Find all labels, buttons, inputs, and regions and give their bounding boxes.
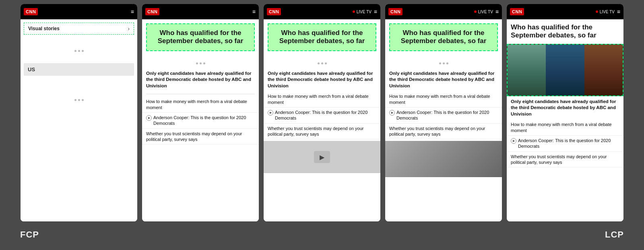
hamburger-icon-3[interactable]: ≡ (374, 8, 377, 15)
article-snippet-4: Only eight candidates have already quali… (385, 70, 502, 92)
hamburger-icon-4[interactable]: ≡ (495, 8, 499, 15)
dot-h (443, 62, 445, 64)
loading-dots-mid-4 (385, 54, 502, 70)
frame3-content: Who has qualified for the September deba… (264, 19, 380, 221)
play-icon-2-1: ▶ (146, 115, 152, 121)
sub-article-4-1-text: Anderson Cooper: This is the question fo… (396, 110, 498, 121)
live-tv-label-3: LIVE TV (357, 10, 372, 14)
dot-5 (78, 99, 80, 101)
divider-2 (146, 94, 255, 94)
hamburger-icon-5[interactable]: ≡ (617, 8, 620, 15)
dot-2 (78, 50, 80, 52)
header-right-2: ≡ (252, 8, 256, 15)
header-right-3: LIVE TV ≡ (353, 8, 377, 15)
cnn-logo-1: CNN (24, 8, 38, 15)
header-right-1: ≡ (131, 8, 134, 15)
sub-article-4-2[interactable]: Whether you trust scientists may depend … (385, 124, 502, 140)
live-tv-label-5: LIVE TV (600, 10, 615, 14)
dot-c (203, 62, 205, 64)
frame-5: CNN LIVE TV ≡ Who has qualified for the … (507, 4, 623, 221)
play-btn-large-3[interactable]: ▶ (314, 151, 330, 163)
header-right-4: LIVE TV ≡ (474, 8, 499, 15)
dot-3 (82, 50, 84, 52)
article-title-5: Who has qualified for the September deba… (511, 23, 619, 40)
frames-container: CNN ≡ Visual stories › US (8, 4, 636, 221)
frame5-content: Who has qualified for the September deba… (507, 19, 623, 221)
sub-article-4-0[interactable]: How to make money with merch from a vira… (385, 91, 502, 107)
cnn-logo-5: CNN (510, 8, 524, 15)
video-overlay-3[interactable]: ▶ (264, 141, 380, 173)
cnn-logo-4: CNN (388, 8, 402, 15)
sub-article-5-0[interactable]: How to make money with merch from a vira… (507, 120, 623, 136)
visual-stories-label: Visual stories (28, 26, 60, 31)
sub-article-3-2[interactable]: Whether you trust scientists may depend … (264, 124, 380, 140)
play-icon-5-1: ▶ (511, 138, 516, 144)
image-placeholder-4 (385, 141, 502, 177)
candidates-image-5 (507, 44, 623, 96)
candidate-2 (546, 45, 584, 95)
frame-3: CNN LIVE TV ≡ Who has qualified for the … (264, 4, 380, 221)
dot-d (318, 62, 320, 64)
article-title-2: Who has qualified for the September deba… (151, 29, 250, 45)
header-right-5: LIVE TV ≡ (596, 8, 620, 15)
dot-4 (74, 99, 76, 101)
sub-article-2-1[interactable]: ▶ Anderson Cooper: This is the question … (142, 113, 259, 129)
bottom-labels: FCP LCP (8, 225, 636, 242)
frame4-content: Who has qualified for the September deba… (385, 19, 502, 221)
us-section: US (24, 63, 134, 76)
loading-dots-mid-2 (142, 54, 259, 70)
article-title-box-2: Who has qualified for the September deba… (146, 23, 255, 51)
dot-6 (82, 99, 84, 101)
cnn-header-5: CNN LIVE TV ≡ (507, 4, 623, 19)
live-dot-3 (353, 10, 355, 13)
frame-1: CNN ≡ Visual stories › US (21, 4, 137, 221)
sub-article-3-0[interactable]: How to make money with merch from a vira… (264, 91, 380, 107)
article-snippet-3: Only eight candidates have already quali… (264, 70, 380, 92)
live-dot-5 (596, 10, 598, 13)
play-icon-4-1: ▶ (389, 110, 395, 116)
live-tv-4[interactable]: LIVE TV (474, 10, 493, 14)
cnn-header-4: CNN LIVE TV ≡ (385, 4, 502, 19)
fcp-label: FCP (20, 229, 39, 240)
visual-stories-bar[interactable]: Visual stories › (24, 23, 134, 35)
frame-2: CNN ≡ Who has qualified for the Septembe… (142, 4, 259, 221)
sub-article-2-2[interactable]: Whether you trust scientists may depend … (142, 129, 259, 145)
sub-article-3-1[interactable]: ▶ Anderson Cooper: This is the question … (264, 107, 380, 124)
article-title-4: Who has qualified for the September deba… (394, 29, 493, 45)
dot-1 (74, 50, 76, 52)
dot-b (200, 62, 202, 64)
lcp-label: LCP (605, 229, 624, 240)
sub-article-2-1-text: Anderson Cooper: This is the question fo… (153, 115, 255, 126)
article-snippet-2: Only eight candidates have already quali… (142, 70, 259, 92)
candidate-1 (508, 45, 546, 95)
cnn-header-1: CNN ≡ (21, 4, 137, 19)
article-title-box-3: Who has qualified for the September deba… (268, 23, 376, 51)
hamburger-icon-1[interactable]: ≡ (131, 8, 134, 15)
sub-article-2-0[interactable]: How to make money with merch from a vira… (142, 97, 259, 113)
live-tv-3[interactable]: LIVE TV (353, 10, 372, 14)
sub-article-4-1[interactable]: ▶ Anderson Cooper: This is the question … (385, 107, 502, 124)
live-dot-4 (474, 10, 477, 13)
chevron-right-icon: › (128, 25, 130, 32)
live-tv-label-4: LIVE TV (478, 10, 493, 14)
frame2-content: Who has qualified for the September deba… (142, 19, 259, 221)
frame1-content: Visual stories › US (21, 19, 137, 221)
live-tv-5[interactable]: LIVE TV (596, 10, 615, 14)
frame-4: CNN LIVE TV ≡ Who has qualified for the … (385, 4, 502, 221)
sub-article-5-2[interactable]: Whether you trust scientists may depend … (507, 152, 623, 168)
dot-a (196, 62, 198, 64)
play-icon-3-1: ▶ (268, 110, 273, 116)
dot-f (325, 62, 327, 64)
loading-dots-2 (21, 79, 137, 109)
article-snippet-5: Only eight candidates have already quali… (507, 96, 623, 120)
candidate-3 (584, 45, 623, 95)
cnn-logo-2: CNN (145, 8, 159, 15)
sub-article-5-1[interactable]: ▶ Anderson Cooper: This is the question … (507, 136, 623, 152)
loading-dots-mid-3 (264, 54, 380, 70)
dot-g (439, 62, 441, 64)
hamburger-icon-2[interactable]: ≡ (252, 8, 256, 15)
cnn-logo-3: CNN (267, 8, 281, 15)
dot-e (321, 62, 323, 64)
article-title-box-4: Who has qualified for the September deba… (389, 23, 498, 51)
sub-article-5-1-text: Anderson Cooper: This is the question fo… (518, 138, 619, 149)
